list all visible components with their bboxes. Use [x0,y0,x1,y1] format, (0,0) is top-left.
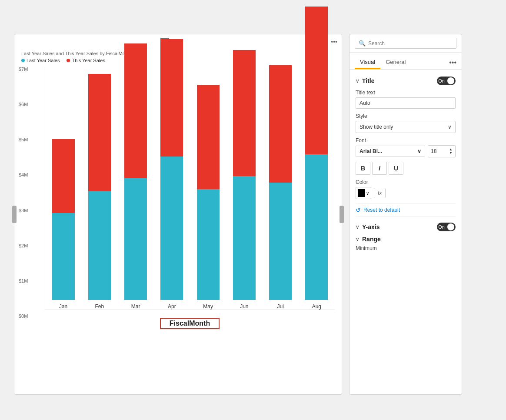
title-text-field-label: Title text [356,90,456,96]
color-chevron-icon: ∨ [366,191,369,196]
search-wrapper[interactable]: 🔍 [355,38,456,49]
tab-row: Visual General ••• [350,53,462,70]
bar-group-mar: Mar [122,43,150,310]
bar-label-may: May [203,303,213,310]
bar-label-jul: Jul [277,303,283,310]
search-icon: 🔍 [359,40,366,47]
tab-more-icon[interactable]: ••• [449,59,456,67]
title-section-title-row: ∨ Title [356,77,375,84]
toggle-knob [447,77,454,84]
font-row: Arial Bl... ∨ 18 ▲ ▼ [356,145,456,157]
bar-red-mar [124,43,147,178]
style-field-label: Style [356,113,456,119]
style-dropdown-value: Show title only [360,124,393,130]
font-field-label: Font [356,137,456,143]
bar-teal-aug [305,154,328,300]
bar-red-aug [305,7,328,154]
bar-stack-jun[interactable] [233,50,256,300]
bar-teal-may [197,189,220,300]
bar-group-feb: Feb [86,74,113,310]
y-label-5m: $5M [19,137,28,142]
range-chevron-icon[interactable]: ∨ [356,236,360,242]
bar-red-apr [160,39,183,157]
bar-stack-mar[interactable] [124,43,147,300]
range-section-header: ∨ Range [356,236,456,243]
y-label-3m: $3M [19,208,28,213]
bar-teal-jan [52,213,75,300]
reset-icon: ↺ [356,207,361,213]
title-section-label: Title [362,77,375,84]
y-label-6m: $6M [19,102,28,107]
font-size-dropdown[interactable]: 18 ▲ ▼ [428,145,456,157]
x-axis-title: FiscalMonth [160,318,220,329]
bar-label-jan: Jan [59,303,67,310]
title-chevron-icon[interactable]: ∨ [356,78,360,84]
bar-red-jun [233,50,256,176]
bar-group-jan: Jan [50,139,77,310]
bar-group-apr: Apr [158,39,186,310]
bold-button[interactable]: B [356,162,370,175]
color-row: ∨ fx [356,187,456,199]
y-label-1m: $1M [19,278,28,283]
bar-red-jan [52,139,75,213]
fx-button[interactable]: fx [374,188,386,198]
bar-stack-feb[interactable] [88,74,111,300]
y-label-7m: $7M [19,67,28,72]
bar-red-may [197,85,220,189]
color-swatch [358,189,365,197]
legend-item-thisyear: This Year Sales [67,58,105,63]
right-panel: 🔍 Visual General ••• ∨ Title On Title [349,34,462,395]
chart-panel: ▽ ⤢ ••• Last Year Sales and This Year Sa… [14,34,342,395]
bar-label-mar: Mar [131,303,140,310]
bar-teal-apr [160,157,183,300]
color-picker-button[interactable]: ∨ [356,187,371,199]
bar-stack-aug[interactable] [305,7,328,300]
bar-stack-apr[interactable] [160,39,183,300]
bar-stack-may[interactable] [197,85,220,300]
legend-label-lastyear: Last Year Sales [27,58,60,63]
minimum-label: Minimum [356,245,456,251]
legend-label-thisyear: This Year Sales [72,58,105,63]
bar-red-feb [88,74,111,191]
bar-label-aug: Aug [312,303,321,310]
font-style-row: B I U [356,162,456,175]
more-icon[interactable]: ••• [331,38,337,45]
style-dropdown[interactable]: Show title only ∨ [356,121,456,133]
bar-teal-jun [233,176,256,300]
y-axis-toggle-label: On [438,224,446,230]
font-name-chevron: ∨ [417,148,421,154]
bar-group-may: May [194,85,222,310]
x-axis-title-wrapper: FiscalMonth [45,314,335,329]
y-label-2m: $2M [19,243,28,248]
title-section-header: ∨ Title On [356,77,456,85]
y-label-0m: $0M [19,313,28,319]
bar-stack-jul[interactable] [269,65,292,300]
style-dropdown-chevron: ∨ [448,124,452,130]
title-text-input[interactable] [356,97,456,109]
reset-row[interactable]: ↺ Reset to default [356,203,456,217]
bar-label-apr: Apr [168,303,176,310]
y-label-4m: $4M [19,172,28,177]
bar-teal-mar [124,178,147,300]
range-section-label: Range [362,236,381,243]
bar-group-aug: Aug [303,7,330,310]
search-input[interactable] [368,40,453,47]
bar-stack-jan[interactable] [52,139,75,300]
y-axis-chevron-icon[interactable]: ∨ [356,224,360,230]
font-name-value: Arial Bl... [360,148,382,154]
font-size-chevron: ▲ ▼ [449,148,453,155]
reset-label: Reset to default [363,207,400,213]
title-toggle[interactable]: On [437,77,456,85]
bar-teal-jul [269,183,292,300]
chart-area: $7M $6M $5M $4M $3M $2M $1M $0M JanFebMa… [14,67,342,336]
font-size-value: 18 [431,148,436,154]
y-axis-toggle[interactable]: On [437,223,456,231]
font-name-dropdown[interactable]: Arial Bl... ∨ [356,146,425,157]
underline-button[interactable]: U [389,162,403,175]
y-axis-section-header: ∨ Y-axis On [356,223,456,231]
bar-label-feb: Feb [95,303,104,310]
italic-button[interactable]: I [372,162,387,175]
tab-visual[interactable]: Visual [355,56,380,69]
tab-general[interactable]: General [380,56,411,69]
legend-dot-teal [21,59,25,62]
